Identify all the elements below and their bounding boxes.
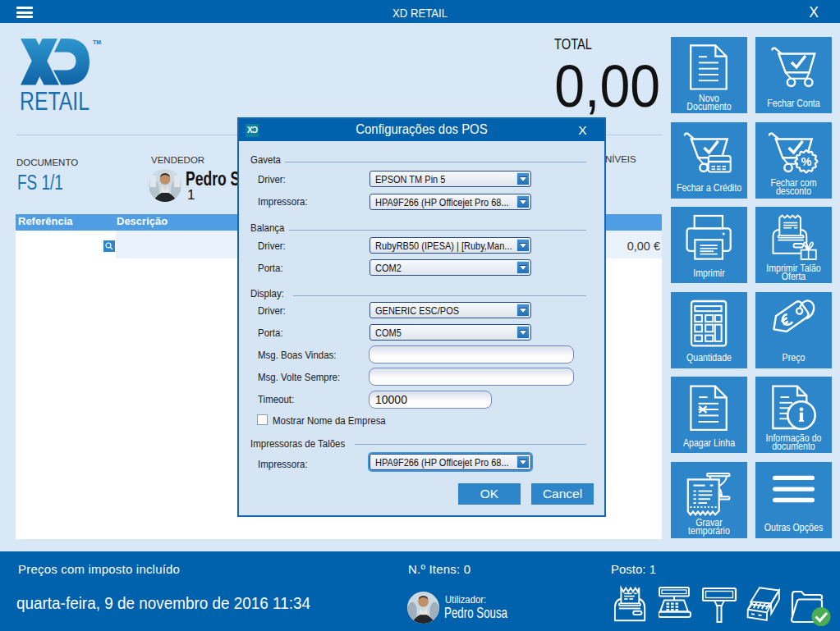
svg-text:TM: TM (93, 39, 101, 45)
svg-text:%: % (801, 155, 811, 168)
